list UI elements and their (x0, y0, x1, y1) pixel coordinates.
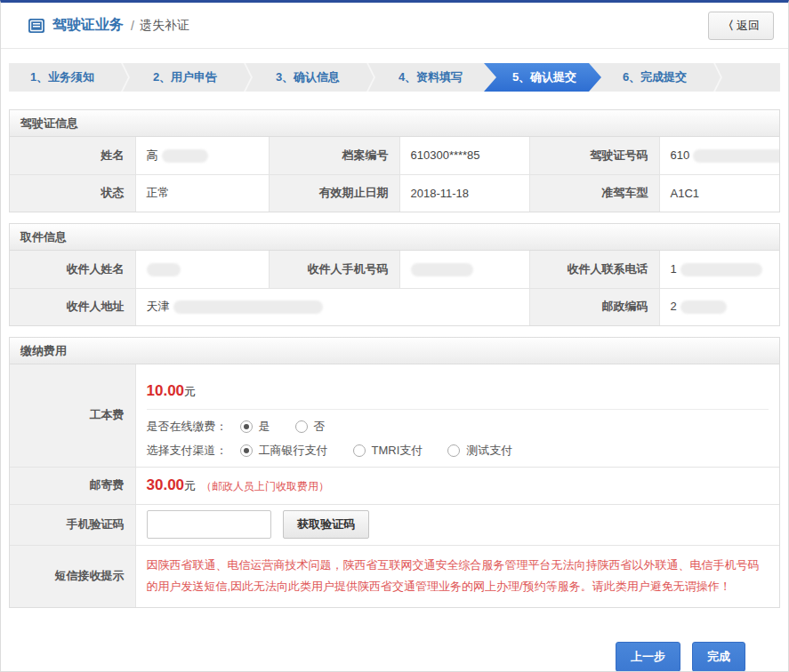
pickup-info-section: 取件信息 收件人姓名 收件人手机号码 收件人联系电话 1 收件人地址 天津 邮政… (9, 223, 780, 326)
page-title: 驾驶证业务 (52, 16, 124, 35)
sms-notice-label: 短信接收提示 (10, 545, 135, 607)
radio-option-icbc-pay[interactable]: 工商银行支付 (240, 443, 328, 459)
page: 驾驶证业务 / 遗失补证 〈返回 1、业务须知 2、用户申告 3、确认信息 4、… (0, 0, 789, 672)
radio-icon[interactable] (240, 420, 253, 433)
mailing-fee-note: （邮政人员上门收取费用） (201, 480, 329, 492)
license-number-label: 驾驶证号码 (529, 137, 659, 174)
step-separator-icon (361, 63, 377, 92)
production-fee-label: 工本费 (10, 364, 135, 467)
recipient-mobile-label: 收件人手机号码 (269, 251, 399, 288)
fees-table: 工本费 10.00元 是否在线缴费： 是 否 (10, 364, 779, 607)
radio-icon[interactable] (447, 444, 460, 457)
status-value: 正常 (135, 174, 269, 212)
file-number-label: 档案编号 (269, 137, 399, 174)
breadcrumb-separator: / (131, 19, 134, 33)
radio-option-no[interactable]: 否 (295, 419, 326, 435)
back-button[interactable]: 〈返回 (708, 12, 774, 40)
expiry-date-label: 有效期止日期 (269, 174, 399, 212)
production-fee-content: 10.00元 是否在线缴费： 是 否 (135, 364, 779, 467)
table-row: 收件人地址 天津 邮政编码 2 (10, 288, 779, 325)
mailing-fee-content: 30.00元（邮政人员上门收取费用） (135, 467, 779, 504)
recipient-name-label: 收件人姓名 (10, 251, 135, 288)
postal-code-label: 邮政编码 (529, 288, 659, 325)
name-label: 姓名 (10, 137, 135, 174)
radio-icon[interactable] (353, 444, 366, 457)
payment-channel-question-row: 选择支付渠道： 工商银行支付 TMRI支付 测试支付 (147, 443, 769, 459)
step-2-user-declaration[interactable]: 2、用户申告 (132, 63, 238, 92)
vehicle-class-label: 准驾车型 (529, 174, 659, 212)
recipient-address-value: 天津 (135, 288, 529, 325)
license-number-value: 610 (659, 137, 779, 174)
get-verification-code-button[interactable]: 获取验证码 (283, 510, 369, 539)
table-row: 状态 正常 有效期止日期 2018-11-18 准驾车型 A1C1 (10, 174, 779, 212)
radio-option-yes[interactable]: 是 (240, 419, 270, 435)
radio-label: TMRI支付 (372, 443, 423, 459)
name-value: 高 (135, 137, 269, 174)
redaction-blur (162, 149, 208, 163)
online-payment-question: 是否在线缴费： (147, 419, 228, 435)
recipient-address-label: 收件人地址 (10, 288, 135, 325)
step-1-business-notice[interactable]: 1、业务须知 (9, 63, 116, 92)
recipient-phone-value: 1 (659, 251, 779, 288)
header: 驾驶证业务 / 遗失补证 〈返回 (1, 3, 788, 49)
fees-section-title: 缴纳费用 (10, 338, 779, 364)
online-payment-question-row: 是否在线缴费： 是 否 (147, 419, 769, 435)
mailing-fee-label: 邮寄费 (10, 467, 135, 504)
verification-code-content: 获取验证码 (135, 504, 779, 545)
license-section-title: 驾驶证信息 (10, 110, 779, 137)
previous-step-button[interactable]: 上一步 (616, 642, 680, 672)
sms-notice-content: 因陕西省联通、电信运营商技术问题，陕西省互联网交通安全综合服务管理平台无法向持陕… (135, 545, 779, 607)
radio-option-tmri-pay[interactable]: TMRI支付 (353, 443, 423, 459)
verification-code-input[interactable] (147, 510, 271, 539)
license-service-icon (28, 17, 45, 35)
back-chevron-icon: 〈 (722, 19, 734, 32)
redaction-blur (693, 149, 779, 163)
expiry-date-value: 2018-11-18 (399, 174, 529, 212)
finish-button[interactable]: 完成 (692, 642, 745, 672)
step-6-complete-submit[interactable]: 6、完成提交 (601, 63, 708, 92)
postal-code-value: 2 (659, 288, 779, 325)
breadcrumb-current: 遗失补证 (140, 18, 189, 34)
redaction-blur (680, 300, 727, 314)
radio-label: 工商银行支付 (259, 443, 328, 459)
verification-code-label: 手机验证码 (10, 504, 135, 545)
redaction-blur (680, 263, 762, 276)
step-4-fill-data[interactable]: 4、资料填写 (377, 63, 484, 92)
redaction-blur (173, 300, 323, 314)
radio-icon[interactable] (240, 444, 253, 457)
recipient-mobile-value (399, 251, 529, 288)
pickup-section-title: 取件信息 (10, 224, 779, 251)
radio-label: 是 (259, 419, 270, 435)
radio-label: 测试支付 (466, 443, 512, 459)
payment-channel-question: 选择支付渠道： (147, 443, 228, 459)
license-info-section: 驾驶证信息 姓名 高 档案编号 610300****85 驾驶证号码 610 状… (9, 109, 780, 212)
step-3-confirm-info[interactable]: 3、确认信息 (254, 63, 361, 92)
verification-code-row: 手机验证码 获取验证码 (10, 504, 779, 545)
divider (147, 409, 769, 410)
radio-option-test-pay[interactable]: 测试支付 (447, 443, 512, 459)
step-bar-filler (724, 63, 780, 92)
license-info-table: 姓名 高 档案编号 610300****85 驾驶证号码 610 状态 正常 有… (10, 137, 779, 212)
recipient-phone-label: 收件人联系电话 (529, 251, 659, 288)
sms-notice-row: 短信接收提示 因陕西省联通、电信运营商技术问题，陕西省互联网交通安全综合服务管理… (10, 545, 779, 607)
table-row: 收件人姓名 收件人手机号码 收件人联系电话 1 (10, 251, 779, 288)
vehicle-class-value: A1C1 (659, 174, 779, 212)
file-number-value: 610300****85 (399, 137, 529, 174)
fees-section: 缴纳费用 工本费 10.00元 是否在线缴费： 是 (9, 337, 780, 608)
step-separator-icon (238, 63, 254, 92)
sms-notice-text: 因陕西省联通、电信运营商技术问题，陕西省互联网交通安全综合服务管理平台无法向持陕… (147, 546, 769, 607)
step-separator-icon (116, 63, 132, 92)
step-5-confirm-submit-active[interactable]: 5、确认提交 (484, 63, 601, 92)
mailing-fee-row: 邮寄费 30.00元（邮政人员上门收取费用） (10, 467, 779, 504)
production-fee-row: 工本费 10.00元 是否在线缴费： 是 否 (10, 364, 779, 467)
redaction-blur (411, 263, 473, 276)
status-label: 状态 (10, 174, 135, 212)
redaction-blur (147, 263, 181, 276)
table-row: 姓名 高 档案编号 610300****85 驾驶证号码 610 (10, 137, 779, 174)
step-wizard: 1、业务须知 2、用户申告 3、确认信息 4、资料填写 5、确认提交 6、完成提… (9, 63, 780, 92)
recipient-name-value (135, 251, 269, 288)
step-separator-icon (708, 63, 724, 92)
radio-icon[interactable] (295, 420, 308, 433)
pickup-info-table: 收件人姓名 收件人手机号码 收件人联系电话 1 收件人地址 天津 邮政编码 2 (10, 251, 779, 325)
footer-actions: 上一步 完成 (1, 642, 745, 672)
